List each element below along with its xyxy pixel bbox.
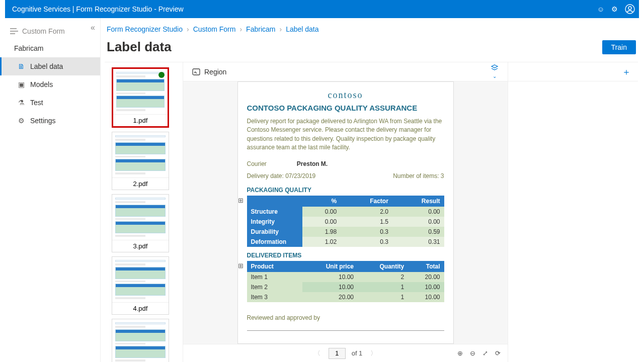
- flask-icon: ⚗: [17, 99, 25, 107]
- td: 10.00: [302, 282, 358, 292]
- th: %: [302, 196, 341, 207]
- doc-brand: contoso: [247, 90, 444, 101]
- header-actions: ☺ ⚙: [597, 4, 635, 14]
- td: 0.3: [341, 227, 392, 237]
- td: Deformation: [247, 237, 302, 247]
- app-header: Cognitive Services | Form Recognizer Stu…: [5, 0, 639, 18]
- breadcrumb-item[interactable]: Label data: [286, 25, 318, 33]
- thumbnail-item[interactable]: 1.pdf: [112, 67, 169, 128]
- labeled-indicator-icon: [158, 72, 165, 78]
- td: Durability: [247, 227, 302, 237]
- labels-toolbar: ＋: [508, 62, 638, 81]
- collapse-sidebar-icon[interactable]: «: [91, 23, 95, 32]
- region-tool[interactable]: Region: [192, 68, 226, 76]
- sidebar-item-label-data[interactable]: 🗎 Label data: [0, 57, 100, 75]
- td: 2: [358, 272, 408, 282]
- page-input[interactable]: [329, 348, 346, 359]
- zoom-out-icon[interactable]: ⊖: [470, 349, 475, 357]
- prev-page-icon[interactable]: 〈: [312, 349, 323, 358]
- td: 1.02: [302, 237, 341, 247]
- fit-icon[interactable]: ⤢: [482, 349, 488, 357]
- delivery-date: Delivery date: 07/23/2019: [247, 172, 316, 179]
- courier-row: Courier Preston M.: [247, 160, 444, 167]
- app-title: Cognitive Services | Form Recognizer Stu…: [12, 5, 184, 13]
- svg-point-0: [625, 5, 634, 14]
- sidebar-item-models[interactable]: ▣ Models: [0, 75, 100, 94]
- sidebar: « Custom Form Fabricam 🗎 Label data ▣ Mo…: [0, 18, 101, 362]
- packaging-quality-table: %FactorResult Structure0.002.00.00 Integ…: [247, 196, 444, 247]
- sidebar-item-label: Test: [30, 99, 43, 107]
- breadcrumb-item[interactable]: Custom Form: [193, 25, 236, 33]
- td: 20.00: [408, 272, 444, 282]
- doc-title: CONTOSO PACKAGING QUALITY ASSURANCE: [247, 104, 444, 112]
- svg-point-1: [628, 7, 631, 10]
- rotate-icon[interactable]: ⟳: [495, 349, 501, 357]
- hamburger-icon[interactable]: [10, 28, 18, 35]
- table-icon[interactable]: ⊞: [238, 262, 244, 269]
- thumbnail-item[interactable]: 2.pdf: [112, 132, 169, 190]
- td: 2.0: [341, 207, 392, 217]
- feedback-icon[interactable]: ☺: [597, 5, 604, 13]
- page-head: Label data Train: [105, 37, 638, 62]
- layers-tool[interactable]: ⌄: [491, 64, 499, 79]
- td: Item 2: [247, 282, 302, 292]
- settings-icon[interactable]: ⚙: [611, 5, 618, 13]
- breadcrumb: Form Recognizer Studio› Custom Form› Fab…: [105, 18, 638, 37]
- sidebar-group-label: Custom Form: [22, 27, 65, 35]
- document-viewport[interactable]: contoso CONTOSO PACKAGING QUALITY ASSURA…: [183, 81, 508, 344]
- td: Item 3: [247, 292, 302, 302]
- td: 1: [358, 282, 408, 292]
- td: Item 1: [247, 272, 302, 282]
- td: 0.00: [392, 207, 444, 217]
- zoom-in-icon[interactable]: ⊕: [457, 349, 463, 357]
- project-name[interactable]: Fabricam: [0, 42, 100, 57]
- chevron-right-icon: ›: [187, 25, 189, 33]
- breadcrumb-item[interactable]: Form Recognizer Studio: [107, 25, 183, 33]
- thumbnail-item[interactable]: 4.pdf: [112, 256, 169, 315]
- sidebar-item-label: Models: [30, 80, 53, 88]
- pq-title: PACKAGING QUALITY: [247, 187, 444, 194]
- zoom-tools: ⊕ ⊖ ⤢ ⟳: [457, 349, 501, 357]
- di-title: DELIVERED ITEMS: [247, 252, 444, 259]
- td: 0.3: [341, 237, 392, 247]
- td: Integrity: [247, 217, 302, 227]
- courier-label: Courier: [247, 160, 267, 167]
- thumbnail-name: 4.pdf: [112, 302, 169, 314]
- th: Total: [408, 261, 444, 272]
- sidebar-item-label: Settings: [30, 117, 56, 125]
- courier-value: Preston M.: [297, 160, 328, 167]
- table-icon[interactable]: ⊞: [238, 197, 244, 204]
- delivered-items-table: ProductUnit priceQuantityTotal Item 110.…: [247, 261, 444, 302]
- document-page: contoso CONTOSO PACKAGING QUALITY ASSURA…: [237, 81, 454, 344]
- page-total: of 1: [352, 349, 363, 357]
- canvas-column: Region ⌄ contoso CONTOSO PACKAGING QUALI…: [183, 62, 508, 362]
- sidebar-nav: 🗎 Label data ▣ Models ⚗ Test ⚙ Settings: [0, 57, 100, 130]
- breadcrumb-item[interactable]: Fabricam: [246, 25, 275, 33]
- thumbnail-item[interactable]: 3.pdf: [112, 194, 169, 252]
- td: 1.98: [302, 227, 341, 237]
- chevron-right-icon: ›: [239, 25, 242, 33]
- reviewed-label: Reviewed and approved by: [247, 314, 444, 321]
- pager: 〈 of 1 〉 ⊕ ⊖ ⤢ ⟳: [183, 344, 508, 362]
- thumbnail-item[interactable]: 5.pdf: [112, 319, 169, 362]
- sidebar-item-settings[interactable]: ⚙ Settings: [0, 112, 100, 130]
- next-page-icon[interactable]: 〉: [368, 349, 379, 358]
- sidebar-item-test[interactable]: ⚗ Test: [0, 94, 100, 112]
- th: Quantity: [358, 261, 408, 272]
- chevron-down-icon: ⌄: [491, 73, 497, 79]
- account-icon[interactable]: [625, 4, 635, 14]
- doc-paragraph: Delivery report for package delivered to…: [247, 117, 444, 152]
- region-label: Region: [204, 68, 226, 76]
- document-icon: 🗎: [17, 62, 25, 70]
- add-label-icon[interactable]: ＋: [622, 66, 631, 78]
- region-icon: [192, 68, 200, 75]
- train-button[interactable]: Train: [602, 40, 636, 54]
- thumbnail-name: 2.pdf: [112, 177, 169, 190]
- td: 0.00: [302, 207, 341, 217]
- main-area: Form Recognizer Studio› Custom Form› Fab…: [101, 18, 644, 362]
- thumbnail-name: 3.pdf: [112, 240, 169, 252]
- td: Structure: [247, 207, 302, 217]
- td: 10.00: [302, 272, 358, 282]
- td: 10.00: [408, 292, 444, 302]
- thumbnail-list: 1.pdf 2.pdf 3.pdf 4.pdf 5.pdf: [105, 62, 183, 362]
